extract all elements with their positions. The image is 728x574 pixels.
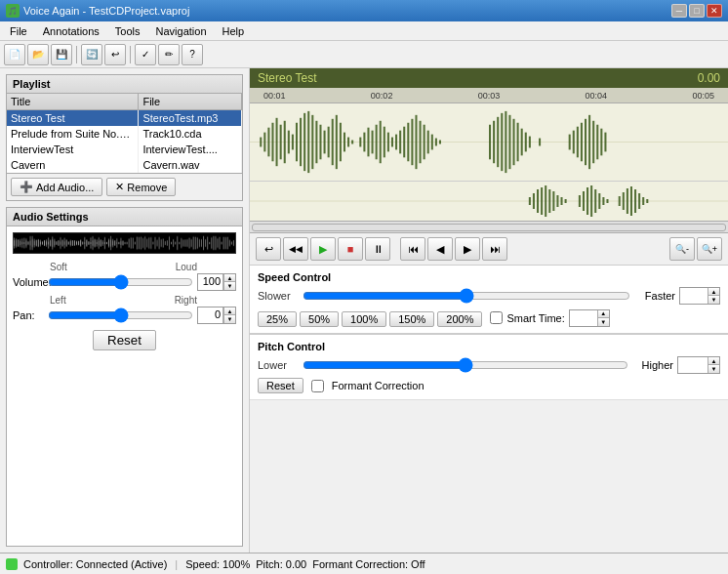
menu-navigation[interactable]: Navigation: [148, 23, 215, 39]
svg-rect-78: [556, 195, 558, 207]
transport-end[interactable]: ⏭: [482, 237, 507, 261]
zoom-in-button[interactable]: 🔍+: [697, 237, 722, 261]
formant-status: Formant Correction: Off: [312, 558, 425, 570]
toolbar-save[interactable]: 💾: [51, 44, 72, 65]
zoom-out-button[interactable]: 🔍-: [669, 237, 695, 261]
svg-rect-81: [579, 195, 581, 207]
toolbar-open[interactable]: 📂: [27, 44, 49, 65]
add-audio-button[interactable]: ➕ Add Audio...: [11, 178, 102, 196]
preset-100[interactable]: 100%: [342, 311, 386, 327]
speed-down-arrow[interactable]: ▼: [708, 296, 719, 304]
pitch-up-arrow[interactable]: ▲: [708, 357, 719, 365]
transport-loop[interactable]: ↩: [256, 237, 281, 261]
playlist-table: Title File Stereo TestStereoTest.mp3Prel…: [7, 94, 242, 173]
waveform-timeline: 00:01 00:02 00:03 00:04 00:05: [250, 88, 728, 103]
menu-bar: File Annotations Tools Navigation Help: [0, 21, 728, 41]
smart-time-down-arrow[interactable]: ▼: [597, 318, 609, 326]
scrollbar-track[interactable]: [252, 224, 726, 231]
svg-rect-23: [344, 133, 345, 152]
playlist-header: Playlist: [7, 75, 242, 94]
transport-start[interactable]: ⏮: [400, 237, 425, 261]
playlist-title-cell: InterviewTest: [7, 142, 139, 157]
remove-button[interactable]: ✕ Remove: [106, 178, 176, 196]
pan-up-arrow[interactable]: ▲: [223, 308, 235, 315]
svg-rect-64: [588, 115, 590, 169]
smart-time-up-arrow[interactable]: ▲: [597, 310, 609, 318]
formant-checkbox[interactable]: [311, 380, 324, 392]
svg-rect-50: [501, 113, 503, 171]
status-bar: Controller: Connected (Active) | Speed: …: [0, 553, 728, 574]
playlist-row[interactable]: CavernCavern.wav: [7, 157, 242, 173]
menu-file[interactable]: File: [2, 23, 35, 39]
audio-reset-button[interactable]: Reset: [93, 330, 156, 350]
close-button[interactable]: ✕: [707, 4, 722, 18]
waveform-channel-2[interactable]: [250, 182, 728, 221]
timeline-marks: 00:01 00:02 00:03 00:04 00:05: [254, 91, 724, 101]
transport-rewind-fast[interactable]: ◀◀: [283, 237, 308, 261]
volume-up-arrow[interactable]: ▲: [223, 274, 235, 282]
transport-stop[interactable]: ■: [338, 237, 363, 261]
svg-rect-87: [602, 197, 604, 205]
volume-slider[interactable]: [48, 274, 193, 290]
preset-150[interactable]: 150%: [389, 311, 434, 327]
svg-rect-94: [638, 193, 640, 209]
pan-down-arrow[interactable]: ▼: [223, 315, 235, 323]
main-content: Playlist Title File Stereo TestStereoTes…: [0, 68, 728, 553]
mark-4: 00:04: [586, 91, 608, 101]
transport-pause[interactable]: ⏸: [365, 237, 390, 261]
status-led: [6, 558, 18, 570]
svg-rect-46: [439, 141, 441, 144]
preset-200[interactable]: 200%: [437, 311, 482, 327]
pitch-reset-button[interactable]: Reset: [258, 378, 303, 393]
svg-rect-21: [336, 115, 338, 169]
toolbar-edit[interactable]: ✏: [158, 44, 180, 65]
svg-rect-11: [296, 123, 298, 162]
speed-presets-row: 25% 50% 100% 150% 200% Smart Time: 80 ▲ …: [258, 308, 720, 327]
playlist-row[interactable]: InterviewTestInterviewTest....: [7, 142, 242, 157]
svg-rect-34: [391, 138, 393, 147]
smart-time-checkbox[interactable]: [490, 311, 503, 324]
speed-slider[interactable]: [303, 288, 630, 304]
toolbar-refresh[interactable]: 🔄: [81, 44, 102, 65]
pan-slider[interactable]: [48, 308, 193, 323]
svg-rect-60: [573, 131, 575, 154]
maximize-button[interactable]: □: [689, 4, 705, 18]
svg-rect-76: [548, 189, 550, 213]
toolbar-help[interactable]: ?: [182, 44, 203, 65]
speed-up-arrow[interactable]: ▲: [708, 288, 719, 296]
waveform-scrollbar[interactable]: [250, 221, 728, 232]
preset-50[interactable]: 50%: [300, 311, 339, 327]
waveform-channel-1[interactable]: [250, 103, 728, 182]
transport-play[interactable]: ▶: [310, 237, 336, 261]
svg-rect-73: [537, 189, 539, 213]
menu-help[interactable]: Help: [215, 23, 253, 39]
playlist-row[interactable]: Prelude from Suite No.1...Track10.cda: [7, 126, 242, 142]
toolbar-new[interactable]: 📄: [4, 44, 25, 65]
pitch-slider[interactable]: [303, 357, 628, 373]
preset-25[interactable]: 25%: [258, 311, 297, 327]
volume-down-arrow[interactable]: ▼: [223, 282, 235, 290]
pitch-down-arrow[interactable]: ▼: [708, 365, 719, 373]
smart-time-value[interactable]: 80: [570, 310, 597, 326]
transport-prev[interactable]: ◀: [427, 237, 453, 261]
svg-rect-38: [407, 123, 409, 162]
svg-rect-25: [351, 141, 353, 144]
toolbar-undo[interactable]: ↩: [104, 44, 126, 65]
speed-slider-row: Slower Faster 100 ▲ ▼: [258, 287, 720, 305]
playlist-row[interactable]: Stereo TestStereoTest.mp3: [7, 110, 242, 127]
menu-tools[interactable]: Tools: [107, 23, 148, 39]
pitch-buttons-row: Reset Formant Correction: [258, 378, 720, 393]
minimize-button[interactable]: ─: [671, 4, 687, 18]
svg-rect-2: [260, 138, 262, 147]
speed-value[interactable]: 100: [680, 288, 708, 304]
menu-annotations[interactable]: Annotations: [35, 23, 107, 39]
svg-rect-62: [581, 123, 583, 162]
transport-next[interactable]: ▶: [455, 237, 480, 261]
waveform-title: Stereo Test: [258, 71, 316, 85]
smart-time-section: Smart Time: 80 ▲ ▼: [490, 309, 609, 327]
toolbar-check[interactable]: ✓: [135, 44, 156, 65]
svg-rect-80: [565, 199, 567, 203]
svg-rect-88: [606, 199, 608, 203]
svg-rect-9: [288, 131, 290, 154]
pitch-value[interactable]: 0.00: [678, 357, 708, 373]
